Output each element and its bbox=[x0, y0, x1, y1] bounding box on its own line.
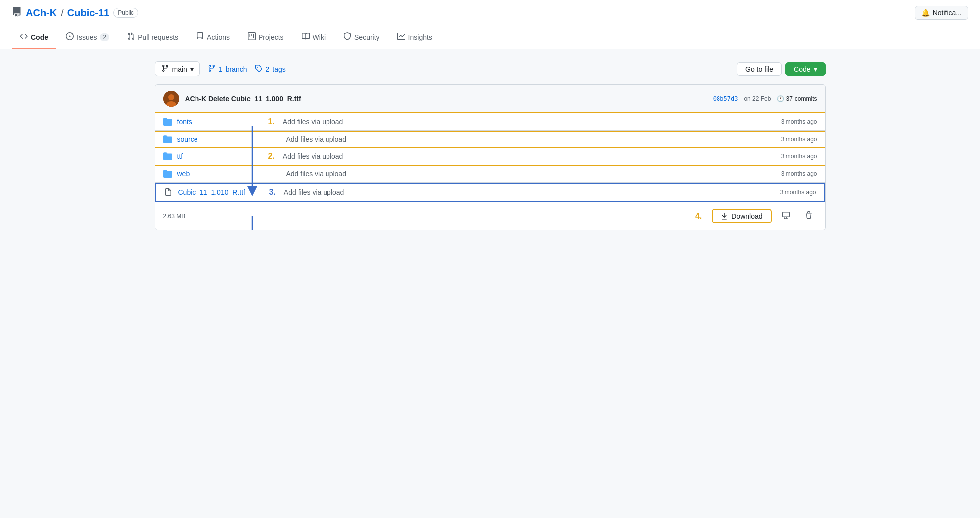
tab-pull-requests[interactable]: Pull requests bbox=[119, 26, 186, 49]
folder-icon-web bbox=[163, 169, 177, 178]
download-label: Download bbox=[731, 212, 762, 220]
chevron-icon: ▾ bbox=[190, 65, 194, 73]
actions-icon bbox=[196, 32, 204, 42]
file-commit-web: Add files via upload bbox=[278, 170, 758, 178]
folder-icon-fonts bbox=[163, 117, 177, 126]
bell-icon: 🔔 bbox=[921, 9, 930, 17]
tab-projects[interactable]: Projects bbox=[240, 26, 292, 49]
branch-link-icon bbox=[208, 64, 216, 74]
file-time-web: 3 months ago bbox=[758, 170, 817, 177]
tab-code-label: Code bbox=[31, 33, 48, 41]
tag-icon bbox=[255, 64, 262, 74]
file-row-cubic-ttf: Cubic_11_1.010_R.ttf 3. Add files via up… bbox=[155, 183, 825, 202]
branches-label: branch bbox=[226, 65, 247, 73]
nav-tabs: Code Issues 2 Pull requests Actions bbox=[0, 26, 980, 49]
file-size: 2.63 MB bbox=[163, 213, 186, 220]
file-time-cubic: 3 months ago bbox=[757, 189, 816, 196]
tab-insights[interactable]: Insights bbox=[390, 26, 440, 49]
tab-security[interactable]: Security bbox=[335, 26, 388, 49]
toolbar-right: Go to file Code ▾ bbox=[737, 62, 826, 76]
toolbar-left: main ▾ 1 branch 2 tags bbox=[155, 61, 286, 76]
file-commit-ttf: Add files via upload bbox=[275, 152, 758, 160]
branch-icon bbox=[161, 64, 169, 74]
tab-security-label: Security bbox=[354, 33, 380, 41]
file-time-fonts: 3 months ago bbox=[758, 118, 817, 125]
file-rows-container: fonts 1. Add files via upload 3 months a… bbox=[155, 113, 825, 202]
commit-hash[interactable]: 08b57d3 bbox=[713, 95, 738, 102]
tab-projects-label: Projects bbox=[259, 33, 284, 41]
branches-count: 1 bbox=[219, 65, 223, 73]
notification-button[interactable]: 🔔 Notifica... bbox=[915, 6, 968, 20]
issues-count: 2 bbox=[100, 33, 109, 41]
projects-icon bbox=[248, 32, 256, 42]
file-row-web: web Add files via upload 3 months ago bbox=[155, 165, 825, 183]
file-icon-cubic bbox=[164, 188, 178, 196]
tab-actions-label: Actions bbox=[207, 33, 230, 41]
repo-toolbar: main ▾ 1 branch 2 tags bbox=[155, 61, 826, 76]
repo-icon bbox=[12, 7, 22, 19]
commit-history[interactable]: 🕐 37 commits bbox=[777, 95, 817, 102]
download-button[interactable]: Download bbox=[712, 209, 771, 223]
code-button[interactable]: Code ▾ bbox=[785, 62, 825, 76]
goto-file-button[interactable]: Go to file bbox=[737, 62, 782, 76]
issues-icon bbox=[66, 32, 74, 42]
code-btn-label: Code bbox=[794, 65, 810, 73]
file-name-source[interactable]: source bbox=[177, 135, 266, 143]
visibility-badge: Public bbox=[113, 8, 138, 18]
annotation-arrow-bottom bbox=[252, 230, 262, 230]
svg-point-1 bbox=[168, 94, 174, 100]
branches-link[interactable]: 1 branch bbox=[208, 64, 247, 74]
tab-code[interactable]: Code bbox=[12, 26, 56, 49]
annotation-4: 4. bbox=[695, 212, 702, 221]
file-row-fonts: fonts 1. Add files via upload 3 months a… bbox=[155, 113, 825, 131]
code-chevron-icon: ▾ bbox=[814, 65, 817, 73]
repo-owner-link[interactable]: ACh-K bbox=[26, 7, 57, 19]
notification-label: Notifica... bbox=[933, 9, 962, 17]
tab-actions[interactable]: Actions bbox=[188, 26, 238, 49]
monitor-button[interactable] bbox=[778, 208, 794, 224]
top-bar: ACh-K / Cubic-11 Public 🔔 Notifica... bbox=[0, 0, 980, 26]
file-table: ACh-K Delete Cubic_11_1.000_R.ttf 08b57d… bbox=[155, 84, 826, 230]
folder-icon-source bbox=[163, 135, 177, 144]
tab-pr-label: Pull requests bbox=[138, 33, 178, 41]
file-name-web[interactable]: web bbox=[177, 170, 266, 178]
commits-count: 37 bbox=[786, 95, 792, 102]
file-name-ttf[interactable]: ttf bbox=[177, 152, 266, 160]
file-name-cubic[interactable]: Cubic_11_1.010_R.ttf bbox=[178, 188, 267, 196]
commits-label: commits bbox=[795, 95, 817, 102]
tab-wiki[interactable]: Wiki bbox=[294, 26, 333, 49]
pull-request-icon bbox=[127, 32, 135, 42]
annotation-1: 1. bbox=[268, 117, 275, 126]
file-time-ttf: 3 months ago bbox=[758, 153, 817, 160]
commit-user: ACh-K bbox=[185, 95, 207, 103]
security-icon bbox=[343, 32, 351, 42]
file-commit-source: Add files via upload bbox=[278, 135, 758, 143]
repo-title: ACh-K / Cubic-11 Public bbox=[12, 7, 138, 19]
file-commit-fonts: Add files via upload bbox=[275, 118, 758, 126]
code-icon bbox=[20, 32, 28, 42]
commit-meta: 08b57d3 on 22 Feb 🕐 37 commits bbox=[713, 95, 817, 102]
branch-name: main bbox=[172, 65, 187, 73]
commit-text: Delete Cubic_11_1.000_R.ttf bbox=[208, 95, 301, 103]
commit-date: on 22 Feb bbox=[744, 95, 771, 102]
history-icon: 🕐 bbox=[777, 95, 784, 102]
wiki-icon bbox=[302, 32, 310, 42]
commit-message[interactable]: ACh-K Delete Cubic_11_1.000_R.ttf bbox=[185, 95, 707, 103]
commit-row: ACh-K Delete Cubic_11_1.000_R.ttf 08b57d… bbox=[155, 85, 825, 113]
tags-label: tags bbox=[272, 65, 285, 73]
file-name-fonts[interactable]: fonts bbox=[177, 118, 266, 126]
annotation-3: 3. bbox=[269, 188, 276, 197]
file-time-source: 3 months ago bbox=[758, 136, 817, 143]
tab-issues-label: Issues bbox=[77, 33, 97, 41]
bottom-bar: 2.63 MB 4. Download bbox=[155, 202, 825, 230]
commit-avatar bbox=[163, 91, 179, 107]
tab-insights-label: Insights bbox=[408, 33, 432, 41]
tab-issues[interactable]: Issues 2 bbox=[58, 26, 117, 49]
annotation-2: 2. bbox=[268, 152, 275, 161]
trash-button[interactable] bbox=[800, 208, 817, 224]
repo-name[interactable]: Cubic-11 bbox=[67, 7, 109, 19]
tab-wiki-label: Wiki bbox=[313, 33, 326, 41]
branch-selector[interactable]: main ▾ bbox=[155, 61, 200, 76]
tags-link[interactable]: 2 tags bbox=[255, 64, 285, 74]
main-content: main ▾ 1 branch 2 tags bbox=[143, 49, 838, 242]
